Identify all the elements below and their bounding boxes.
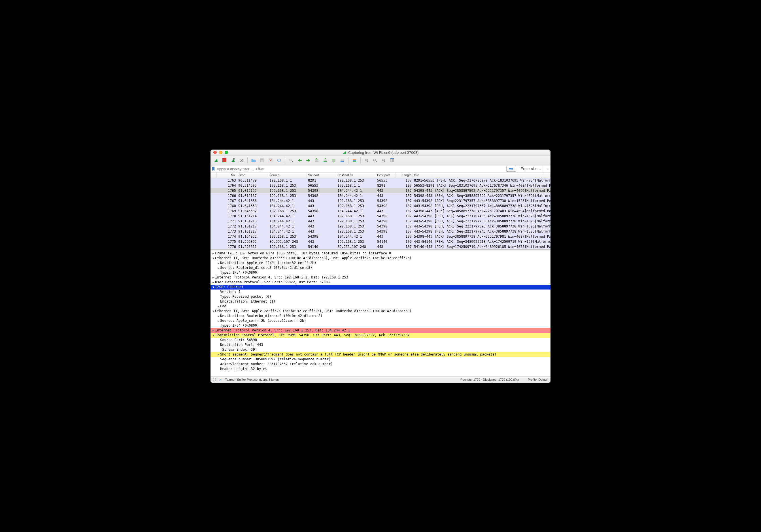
col-dst-port[interactable]: Dest port [376, 173, 396, 178]
svg-rect-13 [323, 160, 327, 161]
toolbar-separator [285, 157, 285, 163]
col-info[interactable]: Info [413, 173, 551, 178]
svg-line-32 [384, 161, 385, 162]
svg-rect-34 [390, 159, 391, 162]
tree-tzsp-ver[interactable]: Version: 1 [210, 289, 551, 294]
packet-row[interactable]: 176891.041638104.244.42.1443192.168.1.25… [210, 204, 551, 208]
packet-row[interactable]: 176791.041636104.244.42.1443192.168.1.25… [210, 198, 551, 204]
col-length[interactable]: Length [396, 173, 413, 178]
find-button[interactable] [288, 157, 295, 164]
apply-filter-button[interactable] [506, 166, 516, 172]
col-time[interactable]: Time [237, 173, 268, 178]
save-file-button[interactable] [259, 157, 266, 164]
go-forward-button[interactable] [305, 157, 312, 164]
go-back-button[interactable] [296, 157, 303, 164]
zoom-reset-button[interactable]: 1 [380, 157, 387, 164]
svg-rect-17 [332, 161, 335, 162]
packet-row[interactable]: 177391.161217104.244.42.1443192.168.1.25… [210, 229, 551, 234]
col-source[interactable]: Source [268, 173, 307, 178]
tree-tcp-sp[interactable]: Source Port: 54398 [210, 338, 551, 342]
svg-rect-16 [332, 160, 335, 161]
tree-eth1-dst[interactable]: ▶Destination: Apple_ce:ff:2b (ac:bc:32:c… [210, 261, 551, 266]
tree-eth2-type[interactable]: Type: IPv4 (0x0800) [210, 323, 551, 328]
stop-capture-button[interactable] [221, 157, 228, 164]
packet-list[interactable]: 176390.511479192.168.1.18291192.168.1.25… [210, 178, 551, 249]
status-protocol: Tazmen Sniffer Protocol (tzsp), 5 bytes [225, 378, 279, 381]
packet-list-header: No. Time Source Src port Destination Des… [210, 173, 551, 178]
packet-details-pane[interactable]: ▶Frame 1765: 107 bytes on wire (856 bits… [210, 250, 551, 377]
tree-eth2-src[interactable]: ▶Source: Apple_ce:ff:2b (ac:bc:32:ce:ff:… [210, 319, 551, 323]
titlebar: Capturing from Wi-Fi: en0 (udp port 3700… [210, 149, 551, 156]
svg-rect-36 [393, 159, 394, 162]
shark-fin-icon[interactable] [212, 157, 219, 164]
tree-tcp-ack[interactable]: Acknowledgment number: 2231797357 (relat… [210, 362, 551, 367]
packet-row[interactable]: 176490.514305192.168.1.25356553192.168.1… [210, 183, 551, 188]
close-file-button[interactable] [267, 157, 274, 164]
tree-tcp-short[interactable]: ▶Short segment. Segment/fragment does no… [210, 352, 551, 357]
packet-row[interactable]: 176691.012137192.168.1.25354398104.244.4… [210, 193, 551, 198]
packet-row[interactable]: 177291.161217104.244.42.1443192.168.1.25… [210, 224, 551, 229]
tree-eth2[interactable]: ▼Ethernet II, Src: Apple_ce:ff:2b (ac:bc… [210, 309, 551, 314]
tree-tzsp[interactable]: ▼TZSP: Ethernet [210, 285, 551, 289]
svg-rect-14 [323, 161, 327, 162]
tree-eth1-type[interactable]: Type: IPv4 (0x0800) [210, 270, 551, 275]
tree-tzsp-end[interactable]: ▶End [210, 304, 551, 309]
packet-row[interactable]: 177491.164032192.168.1.25354398104.244.4… [210, 234, 551, 239]
svg-rect-11 [315, 161, 319, 162]
wireshark-icon [342, 150, 346, 154]
go-first-button[interactable] [322, 157, 329, 164]
tree-tzsp-type[interactable]: Type: Received packet (0) [210, 294, 551, 299]
col-src-port[interactable]: Src port [307, 173, 336, 178]
svg-rect-0 [222, 158, 226, 162]
tree-eth2-dst[interactable]: ▶Destination: Routerbo_d1:ce:c8 (00:0c:4… [210, 314, 551, 319]
resize-columns-button[interactable] [388, 157, 396, 164]
svg-point-3 [241, 160, 242, 161]
packet-row[interactable]: 176390.511479192.168.1.18291192.168.1.25… [210, 178, 551, 183]
svg-line-8 [292, 161, 293, 162]
svg-rect-15 [332, 159, 335, 159]
tree-tcp[interactable]: ▼Transmission Control Protocol, Src Port… [210, 333, 551, 338]
display-filter-input[interactable] [216, 167, 506, 171]
bookmark-icon[interactable] [210, 167, 216, 171]
go-to-packet-button[interactable] [313, 157, 321, 164]
tree-ip2[interactable]: ▶Internet Protocol Version 4, Src: 192.1… [210, 328, 551, 333]
tree-tcp-seq[interactable]: Sequence number: 3858897592 (relative se… [210, 357, 551, 362]
svg-rect-23 [353, 161, 356, 162]
packet-row[interactable]: 176991.045302192.168.1.25354398104.244.4… [210, 208, 551, 213]
colorize-button[interactable] [351, 157, 358, 164]
capture-options-button[interactable] [238, 157, 245, 164]
col-dest[interactable]: Destination [336, 173, 376, 178]
auto-scroll-button[interactable] [338, 157, 346, 164]
zoom-in-button[interactable] [363, 157, 370, 164]
tree-tcp-si[interactable]: [Stream index: 39] [210, 347, 551, 352]
status-profile[interactable]: Profile: Default [528, 378, 548, 381]
reload-button[interactable] [275, 157, 283, 164]
packet-row[interactable]: 177591.29289589.233.107.248443192.168.1.… [210, 239, 551, 244]
packet-row[interactable]: 177091.161214104.244.42.1443192.168.1.25… [210, 213, 551, 219]
zoom-out-button[interactable] [372, 157, 379, 164]
svg-rect-10 [315, 160, 319, 161]
add-filter-button[interactable]: + [544, 165, 551, 172]
edit-icon[interactable] [219, 378, 222, 381]
open-file-button[interactable] [250, 157, 257, 164]
expression-button[interactable]: Expression… [518, 165, 544, 172]
expert-info-icon[interactable] [213, 378, 216, 381]
packet-row[interactable]: 177191.161216104.244.42.1443192.168.1.25… [210, 219, 551, 224]
col-no[interactable]: No. [217, 173, 237, 178]
status-bar: Tazmen Sniffer Protocol (tzsp), 5 bytes … [210, 377, 551, 383]
svg-point-7 [290, 159, 292, 161]
tree-eth1[interactable]: ▼Ethernet II, Src: Routerbo_d1:ce:c8 (00… [210, 256, 551, 261]
tree-udp[interactable]: ▶User Datagram Protocol, Src Port: 55822… [210, 280, 551, 285]
toolbar-separator [360, 157, 361, 163]
packet-row[interactable]: 177691.295611192.168.1.2535414089.233.10… [210, 244, 551, 249]
packet-row[interactable]: 176591.012135192.168.1.25354398104.244.4… [210, 188, 551, 193]
tree-eth1-src[interactable]: ▶Source: Routerbo_d1:ce:c8 (00:0c:42:d1:… [210, 266, 551, 270]
go-last-button[interactable] [330, 157, 337, 164]
tree-tzsp-enc[interactable]: Encapsulation: Ethernet (1) [210, 299, 551, 304]
tree-frame[interactable]: ▶Frame 1765: 107 bytes on wire (856 bits… [210, 251, 551, 256]
tree-tcp-dp[interactable]: Destination Port: 443 [210, 342, 551, 347]
svg-rect-18 [340, 159, 344, 159]
restart-capture-button[interactable] [229, 157, 237, 164]
tree-ip1[interactable]: ▶Internet Protocol Version 4, Src: 192.1… [210, 275, 551, 280]
tree-tcp-hlen[interactable]: Header Length: 32 bytes [210, 367, 551, 371]
